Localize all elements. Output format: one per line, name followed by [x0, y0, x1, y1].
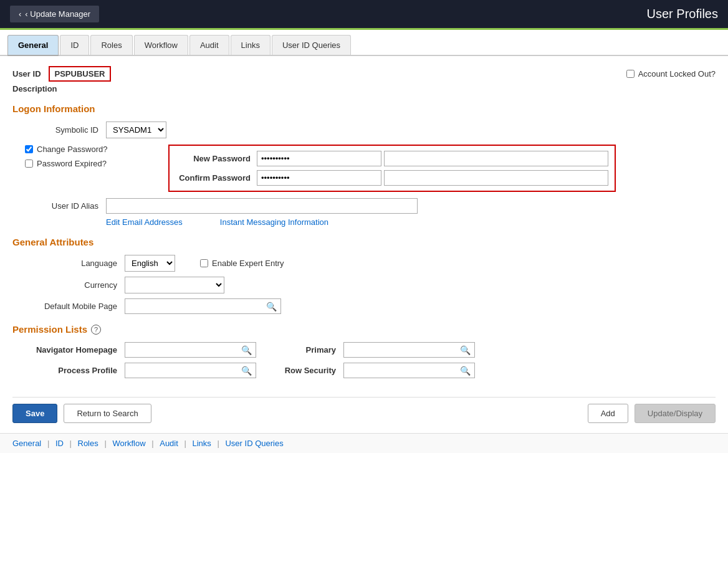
- permission-section: Navigator Homepage 🔍 Primary 🔍: [25, 342, 716, 378]
- process-profile-input-wrap: 🔍: [125, 363, 256, 378]
- separator-1: |: [47, 439, 52, 448]
- navigator-homepage-label: Navigator Homepage: [25, 345, 125, 355]
- primary-input[interactable]: [344, 343, 456, 357]
- confirm-password-extra-input[interactable]: [384, 170, 608, 186]
- confirm-password-row: Confirm Password: [176, 170, 608, 186]
- back-button-label: ‹ Update Manager: [25, 9, 90, 19]
- bottom-nav-roles[interactable]: Roles: [78, 439, 98, 448]
- account-locked-checkbox[interactable]: [626, 70, 635, 78]
- currency-select[interactable]: [125, 277, 224, 293]
- tab-roles[interactable]: Roles: [90, 35, 132, 55]
- primary-label: Primary: [281, 345, 343, 355]
- enable-expert-label: Enable Expert Entry: [212, 259, 284, 268]
- add-button[interactable]: Add: [588, 404, 628, 423]
- permission-row-1: Navigator Homepage 🔍 Primary 🔍: [25, 342, 716, 358]
- row-security-label: Row Security: [281, 366, 343, 375]
- user-id-row: User ID PSPUBUSER Account Locked Out?: [12, 66, 716, 82]
- bottom-nav-links[interactable]: Links: [192, 439, 211, 448]
- enable-expert-row: Enable Expert Entry: [200, 259, 284, 268]
- tab-general[interactable]: General: [7, 35, 59, 56]
- links-row: Edit Email Addresses Instant Messaging I…: [106, 217, 716, 227]
- general-attributes-header: General Attributes: [12, 237, 716, 247]
- tab-audit[interactable]: Audit: [189, 35, 229, 55]
- general-attributes-section: Language English French German Spanish E…: [25, 255, 716, 314]
- back-button[interactable]: ‹ ‹ Update Manager: [10, 6, 99, 22]
- default-mobile-page-field: 🔍: [125, 298, 281, 314]
- row-security-field: Row Security 🔍: [281, 363, 475, 378]
- change-password-row: Change Password?: [25, 145, 168, 154]
- new-password-label: New Password: [176, 154, 257, 163]
- bottom-nav-id[interactable]: ID: [55, 439, 64, 448]
- navigator-homepage-input-wrap: 🔍: [125, 342, 256, 358]
- row-security-input[interactable]: [344, 363, 456, 378]
- tab-bar: General ID Roles Workflow Audit Links Us…: [0, 30, 728, 56]
- navigator-homepage-input[interactable]: [125, 343, 237, 357]
- permission-lists-header: Permission Lists: [12, 324, 87, 335]
- password-expired-row: Password Expired?: [25, 159, 168, 168]
- help-icon[interactable]: ?: [91, 325, 101, 335]
- default-mobile-page-input[interactable]: [125, 299, 262, 313]
- symbolic-id-row: Symbolic ID SYSADM1 SYSADM2 DEFAULT: [25, 122, 716, 138]
- bottom-nav: General | ID | Roles | Workflow | Audit …: [0, 433, 728, 453]
- main-content: User ID PSPUBUSER Account Locked Out? De…: [0, 56, 728, 433]
- confirm-password-input[interactable]: [257, 170, 381, 186]
- permission-lists-area: Permission Lists ? Navigator Homepage 🔍 …: [12, 324, 716, 378]
- default-mobile-page-search-btn[interactable]: 🔍: [262, 300, 280, 313]
- tab-workflow[interactable]: Workflow: [134, 35, 188, 55]
- password-expired-label: Password Expired?: [37, 159, 107, 168]
- alias-row: User ID Alias: [25, 198, 716, 214]
- logon-section-header: Logon Information: [12, 103, 716, 114]
- enable-expert-checkbox[interactable]: [200, 259, 208, 267]
- new-password-extra-input[interactable]: [384, 151, 608, 166]
- footer-buttons: Save Return to Search Add Update/Display: [12, 397, 716, 423]
- bottom-nav-workflow[interactable]: Workflow: [112, 439, 145, 448]
- row-security-search-btn[interactable]: 🔍: [456, 364, 474, 378]
- bottom-nav-general[interactable]: General: [12, 439, 41, 448]
- language-select[interactable]: English French German Spanish: [125, 255, 175, 272]
- symbolic-id-select[interactable]: SYSADM1 SYSADM2 DEFAULT: [106, 122, 166, 138]
- navigator-homepage-search-btn[interactable]: 🔍: [237, 343, 256, 357]
- tab-user-id-queries[interactable]: User ID Queries: [272, 35, 351, 55]
- tab-id[interactable]: ID: [60, 35, 89, 55]
- edit-email-link[interactable]: Edit Email Addresses: [106, 217, 183, 227]
- account-locked-section: Account Locked Out?: [626, 69, 716, 79]
- password-checkboxes: Change Password? Password Expired?: [25, 145, 168, 173]
- page-title: User Profiles: [647, 7, 718, 21]
- user-id-left: User ID PSPUBUSER: [12, 66, 111, 82]
- new-password-input[interactable]: [257, 151, 381, 166]
- language-right: English French German Spanish Enable Exp…: [125, 255, 284, 272]
- return-to-search-button[interactable]: Return to Search: [64, 404, 151, 423]
- separator-3: |: [104, 439, 108, 448]
- tab-links[interactable]: Links: [231, 35, 271, 55]
- currency-label: Currency: [25, 280, 125, 290]
- footer-left: Save Return to Search: [12, 404, 151, 423]
- confirm-password-label: Confirm Password: [176, 173, 257, 183]
- primary-search-btn[interactable]: 🔍: [456, 343, 474, 357]
- separator-2: |: [70, 439, 74, 448]
- process-profile-input[interactable]: [125, 363, 237, 378]
- change-password-checkbox[interactable]: [25, 145, 33, 153]
- password-area: Change Password? Password Expired? New P…: [25, 145, 716, 192]
- footer-right: Add Update/Display: [588, 404, 716, 423]
- permission-lists-header-row: Permission Lists ?: [12, 324, 716, 335]
- new-password-row: New Password: [176, 151, 608, 166]
- user-id-value: PSPUBUSER: [49, 66, 112, 82]
- password-fields-box: New Password Confirm Password: [168, 145, 616, 192]
- primary-field: Primary 🔍: [281, 342, 475, 358]
- instant-messaging-link[interactable]: Instant Messaging Information: [220, 217, 328, 227]
- alias-input[interactable]: [106, 198, 418, 214]
- password-expired-checkbox[interactable]: [25, 160, 33, 168]
- row-security-input-wrap: 🔍: [343, 363, 475, 378]
- change-password-label: Change Password?: [37, 145, 107, 154]
- description-label: Description: [12, 84, 716, 93]
- process-profile-field: Process Profile 🔍: [25, 363, 256, 378]
- bottom-nav-user-id-queries[interactable]: User ID Queries: [225, 439, 283, 448]
- alias-label: User ID Alias: [25, 201, 106, 211]
- navigator-homepage-field: Navigator Homepage 🔍: [25, 342, 256, 358]
- save-button[interactable]: Save: [12, 404, 57, 423]
- language-row: Language English French German Spanish E…: [25, 255, 716, 272]
- bottom-nav-audit[interactable]: Audit: [160, 439, 178, 448]
- separator-6: |: [217, 439, 221, 448]
- app-header: ‹ ‹ Update Manager User Profiles: [0, 0, 728, 30]
- process-profile-search-btn[interactable]: 🔍: [237, 364, 256, 378]
